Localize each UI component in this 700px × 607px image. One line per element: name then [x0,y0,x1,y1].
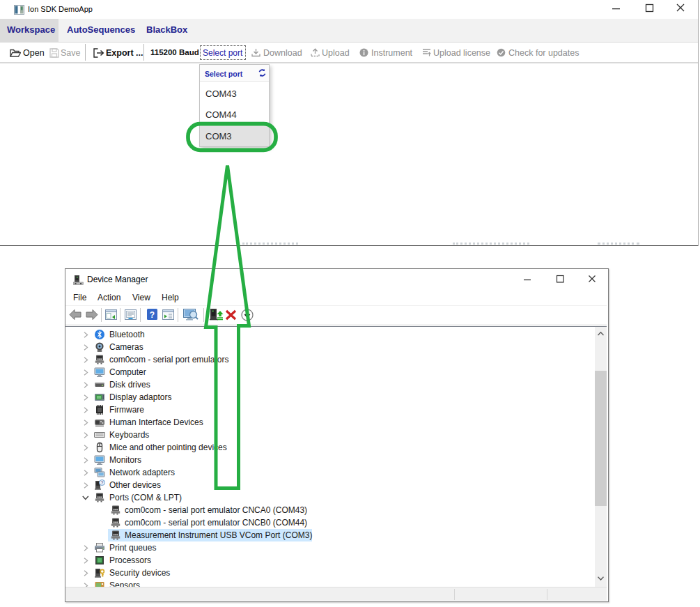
svg-text:?: ? [150,310,155,320]
svg-text:?: ? [101,480,104,485]
